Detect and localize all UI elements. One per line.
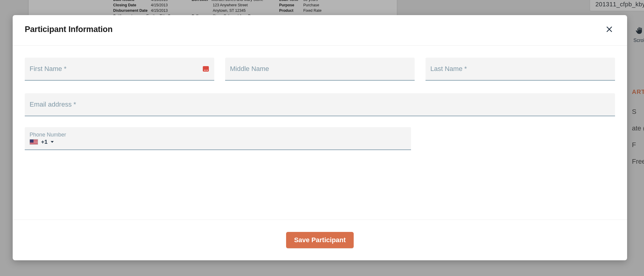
close-button[interactable] <box>604 24 615 35</box>
first-name-input[interactable] <box>30 58 209 80</box>
middle-name-input[interactable] <box>230 58 410 80</box>
email-field[interactable] <box>25 93 615 116</box>
modal-title: Participant Information <box>25 25 113 34</box>
us-flag-icon[interactable] <box>30 139 38 145</box>
first-name-field[interactable] <box>25 58 214 81</box>
chevron-down-icon[interactable] <box>51 141 54 143</box>
modal-footer: Save Participant <box>13 220 627 260</box>
middle-name-field[interactable] <box>225 58 415 81</box>
phone-prefix: +1 <box>41 139 48 145</box>
participant-information-modal: Participant Information <box>13 15 627 260</box>
password-manager-icon[interactable] <box>203 66 209 72</box>
phone-label: Phone Number <box>30 132 66 138</box>
modal-body: Phone Number +1 <box>13 46 627 220</box>
close-icon <box>605 25 613 33</box>
save-participant-button[interactable]: Save Participant <box>286 232 353 248</box>
last-name-input[interactable] <box>430 58 610 80</box>
modal-header: Participant Information <box>13 15 627 46</box>
email-input[interactable] <box>30 93 610 116</box>
phone-field[interactable]: Phone Number +1 <box>25 127 411 150</box>
last-name-field[interactable] <box>426 58 615 81</box>
